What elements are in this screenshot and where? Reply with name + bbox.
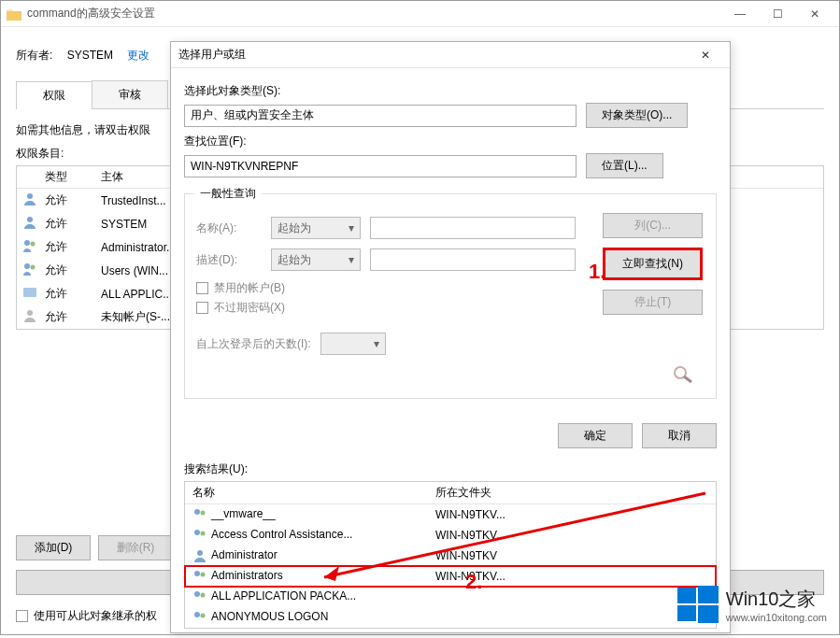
group-icon: [192, 610, 207, 625]
add-button[interactable]: 添加(D): [16, 535, 91, 560]
chevron-down-icon: ▾: [349, 221, 354, 234]
col-type-header[interactable]: 类型: [39, 166, 95, 188]
description-label: 描述(D):: [196, 252, 262, 268]
svg-point-0: [27, 193, 33, 199]
select-user-dialog: 选择用户或组 ✕ 选择此对象类型(S): 用户、组或内置安全主体 对象类型(O)…: [170, 41, 731, 633]
chevron-down-icon: ▾: [349, 253, 354, 266]
desc-match-dropdown[interactable]: 起始为▾: [271, 248, 361, 271]
group-icon: [22, 262, 37, 276]
nonexpiring-password-label: 不过期密码(X): [214, 300, 285, 316]
search-results-label: 搜索结果(U):: [184, 461, 717, 477]
list-item[interactable]: ANONYMOUS LOGON: [185, 607, 716, 628]
replace-inheritance-checkbox[interactable]: [16, 610, 28, 622]
chevron-down-icon: ▾: [374, 337, 379, 350]
folder-icon: [7, 7, 21, 21]
change-owner-link[interactable]: 更改: [127, 49, 149, 62]
tab-permissions[interactable]: 权限: [16, 81, 93, 109]
svg-point-20: [201, 614, 206, 618]
svg-point-13: [201, 532, 206, 536]
group-icon: [22, 238, 37, 253]
search-icon: [671, 364, 697, 383]
svg-point-11: [201, 511, 206, 516]
package-icon: [22, 285, 37, 300]
user-icon: [22, 191, 37, 206]
find-now-button[interactable]: 立即查找(N): [603, 248, 703, 280]
tab-audit[interactable]: 审核: [92, 80, 168, 108]
window-title: command的高级安全设置: [27, 6, 721, 21]
watermark-brand: Win10之家: [726, 587, 827, 612]
owner-value: SYSTEM: [67, 49, 113, 62]
svg-point-2: [24, 240, 30, 246]
group-icon: [192, 507, 207, 522]
disabled-accounts-checkbox[interactable]: [196, 282, 208, 294]
user-icon: [22, 215, 37, 230]
location-field[interactable]: WIN-N9TKVNREPNF: [184, 155, 577, 177]
svg-rect-6: [23, 288, 36, 297]
group-icon: [192, 569, 207, 584]
name-input[interactable]: [370, 217, 576, 239]
object-type-label: 选择此对象类型(S):: [184, 83, 717, 99]
window-title-bar: command的高级安全设置 — ☐ ✕: [1, 1, 839, 27]
svg-rect-24: [698, 586, 719, 603]
group-icon: [192, 589, 207, 604]
list-item-selected[interactable]: AdministratorsWIN-N9TKV...: [185, 566, 716, 587]
svg-point-18: [201, 593, 206, 598]
dialog-title: 选择用户或组: [178, 47, 689, 63]
svg-rect-26: [698, 605, 719, 623]
svg-point-17: [194, 591, 200, 597]
days-since-logon-label: 自上次登录后的天数(I):: [196, 336, 311, 352]
svg-point-10: [194, 509, 200, 515]
svg-point-1: [27, 217, 33, 222]
locations-button[interactable]: 位置(L)...: [586, 153, 663, 178]
watermark-url: www.win10xitong.com: [726, 612, 827, 623]
object-types-button[interactable]: 对象类型(O)...: [586, 103, 688, 128]
search-results-grid: 名称 所在文件夹 __vmware__WIN-N9TKV... Access C…: [184, 481, 717, 629]
description-input[interactable]: [370, 248, 576, 271]
days-dropdown[interactable]: ▾: [320, 333, 386, 355]
remove-button[interactable]: 删除(R): [98, 535, 173, 560]
group-title: 一般性查询: [194, 186, 262, 202]
svg-point-15: [194, 571, 200, 576]
svg-point-5: [31, 265, 36, 270]
svg-point-14: [197, 550, 203, 556]
columns-button[interactable]: 列(C)...: [603, 213, 703, 238]
list-item[interactable]: AdministratorWIN-N9TKV: [185, 546, 716, 566]
group-icon: [192, 528, 207, 543]
svg-point-16: [201, 573, 206, 577]
list-item[interactable]: Access Control Assistance...WIN-N9TKV...: [185, 525, 716, 546]
maximize-button[interactable]: ☐: [759, 1, 796, 27]
common-queries-group: 一般性查询 名称(A): 起始为▾ 描述(D): 起始为▾ 禁用的帐户(B) 不…: [184, 193, 717, 399]
svg-point-4: [24, 263, 30, 269]
location-label: 查找位置(F):: [184, 134, 717, 149]
svg-point-7: [27, 310, 33, 316]
watermark: Win10之家 www.win10xitong.com: [677, 584, 827, 625]
svg-point-19: [194, 612, 200, 617]
results-col-name[interactable]: 名称: [185, 482, 428, 503]
svg-point-3: [31, 242, 36, 247]
stop-button[interactable]: 停止(T): [603, 290, 703, 315]
disabled-accounts-label: 禁用的帐户(B): [214, 280, 285, 296]
windows-logo-icon: [677, 584, 719, 625]
svg-point-12: [194, 530, 200, 535]
unknown-icon: [22, 308, 37, 323]
user-icon: [192, 548, 207, 563]
list-item[interactable]: __vmware__WIN-N9TKV...: [185, 504, 716, 525]
results-col-location[interactable]: 所在文件夹: [428, 482, 716, 503]
object-type-field[interactable]: 用户、组或内置安全主体: [184, 105, 577, 127]
owner-label: 所有者:: [16, 49, 52, 62]
name-label: 名称(A):: [196, 220, 262, 236]
cancel-button[interactable]: 取消: [642, 423, 717, 448]
svg-line-9: [684, 376, 691, 382]
ok-button[interactable]: 确定: [558, 423, 633, 448]
close-button[interactable]: ✕: [796, 1, 833, 27]
dialog-close-button[interactable]: ✕: [689, 44, 722, 66]
name-match-dropdown[interactable]: 起始为▾: [271, 217, 361, 239]
svg-rect-23: [677, 588, 696, 603]
minimize-button[interactable]: —: [721, 1, 759, 27]
list-item[interactable]: ALL APPLICATION PACKA...: [185, 587, 716, 607]
nonexpiring-password-checkbox[interactable]: [196, 302, 208, 314]
svg-rect-25: [677, 605, 696, 621]
replace-inheritance-label: 使用可从此对象继承的权: [34, 608, 157, 624]
